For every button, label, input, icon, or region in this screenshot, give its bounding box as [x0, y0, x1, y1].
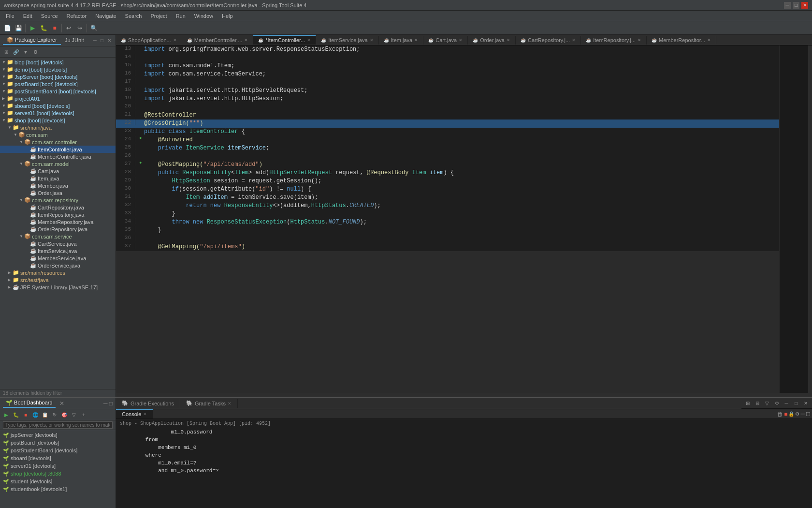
tree-expand-icon[interactable]: ▼ — [19, 162, 24, 166]
tree-item[interactable]: ☕OrderService.java — [0, 262, 116, 269]
console-scroll-lock[interactable]: 🔒 — [788, 410, 794, 418]
bd-stop-button[interactable]: ■ — [21, 410, 30, 419]
tree-item[interactable]: ☕Member.java — [0, 182, 116, 189]
tree-expand-icon[interactable]: ▼ — [2, 89, 7, 93]
tab-close-button[interactable]: ✕ — [638, 38, 641, 43]
tree-item[interactable]: ▼📁server01 [boot] [devtools] — [0, 109, 116, 117]
editor-tab[interactable]: ☕ItemRepository.j...✕ — [581, 36, 647, 45]
console-maximize[interactable]: □ — [806, 410, 810, 418]
menu-item-edit[interactable]: Edit — [19, 12, 36, 20]
bd-close-button[interactable]: ✕ — [59, 400, 64, 407]
tab-close-button[interactable]: ✕ — [173, 38, 177, 43]
tab-close-button[interactable]: ✕ — [459, 38, 463, 43]
pe-link-button[interactable]: 🔗 — [12, 47, 20, 56]
editor-tab[interactable]: ☕Order.java✕ — [468, 36, 516, 45]
console-stop-button[interactable]: ■ — [784, 410, 787, 418]
bd-filter-button[interactable]: ▽ — [70, 410, 78, 419]
menu-item-project[interactable]: Project — [146, 12, 171, 20]
console-close[interactable]: ✕ — [143, 412, 147, 417]
tree-item[interactable]: ☕ItemService.java — [0, 247, 116, 254]
gc-settings-button[interactable]: ⚙ — [772, 399, 781, 407]
menu-item-help[interactable]: Help — [218, 12, 237, 20]
bd-target-button[interactable]: 🎯 — [60, 410, 69, 419]
tree-item[interactable]: ☕OrderRepository.java — [0, 225, 116, 233]
tree-item[interactable]: ▼📦com.sam — [0, 131, 116, 138]
tree-expand-icon[interactable]: ▼ — [2, 104, 7, 108]
tree-expand-icon[interactable]: ▼ — [2, 111, 7, 115]
vertical-scrollbar[interactable] — [808, 45, 812, 393]
bd-start-button[interactable]: ▶ — [2, 410, 11, 419]
editor-tab[interactable]: ☕*ItemController...✕ — [253, 35, 316, 45]
menu-item-source[interactable]: Source — [37, 12, 62, 20]
tree-item[interactable]: ▼📁blog [boot] [devtools] — [0, 59, 116, 66]
menu-item-search[interactable]: Search — [121, 12, 146, 20]
tree-item[interactable]: ▼📁demo [boot] [devtools] — [0, 66, 116, 73]
tree-expand-icon[interactable]: ▼ — [2, 82, 7, 86]
tree-item[interactable]: ☕MemberService.java — [0, 254, 116, 262]
tree-expand-icon[interactable]: ▼ — [19, 198, 24, 202]
tree-expand-icon[interactable]: ▼ — [2, 75, 7, 79]
gc-maximize-button[interactable]: □ — [792, 399, 800, 407]
menu-item-window[interactable]: Window — [190, 12, 217, 20]
tree-expand-icon[interactable]: ▶ — [8, 285, 13, 289]
editor-tab[interactable]: ☕ShopApplication...✕ — [116, 36, 182, 45]
minimize-button[interactable]: ─ — [784, 2, 791, 9]
redo-button[interactable]: ↪ — [74, 23, 85, 33]
tree-item[interactable]: ▼📦com.sam.repository — [0, 196, 116, 204]
tree-item[interactable]: ▼📁JspServer [boot] [devtools] — [0, 73, 116, 80]
boot-dashboard-item[interactable]: 🌱postStudentBoard [devtools] — [0, 447, 116, 454]
boot-dashboard-item[interactable]: 🌱student [devtools] — [0, 478, 116, 485]
tree-item[interactable]: ▼📁sboard [boot] [devtools] — [0, 102, 116, 109]
bd-search-input[interactable] — [3, 421, 113, 429]
pe-maximize-button[interactable]: □ — [99, 37, 105, 44]
tab-close-button[interactable]: ✕ — [307, 38, 311, 43]
tree-item[interactable]: ▼📦com.sam.model — [0, 160, 116, 167]
code-area[interactable]: 13import org.springframework.web.server.… — [116, 45, 779, 393]
editor-tab[interactable]: ☕Cart.java✕ — [423, 36, 468, 45]
tree-item[interactable]: ▶☕JRE System Library [JavaSE-17] — [0, 284, 116, 291]
horizontal-scrollbar[interactable] — [116, 393, 812, 397]
tab-boot-dashboard[interactable]: 🌱 Boot Dashboard — [3, 399, 56, 408]
tree-item[interactable]: ☕MemberRepository.java — [0, 218, 116, 225]
gradle-tasks-close[interactable]: ✕ — [228, 401, 232, 406]
gc-close-button[interactable]: ✕ — [801, 399, 810, 407]
bd-refresh-button[interactable]: ↻ — [50, 410, 59, 419]
menu-item-refactor[interactable]: Refactor — [63, 12, 91, 20]
gc-collapse-button[interactable]: ⊟ — [753, 399, 762, 407]
gc-filter-button[interactable]: ▽ — [763, 399, 771, 407]
undo-button[interactable]: ↩ — [63, 23, 74, 33]
tree-item[interactable]: ☕MemberController.java — [0, 153, 116, 160]
tree-item[interactable]: ☕Order.java — [0, 189, 116, 196]
editor-tab[interactable]: ☕Item.java✕ — [379, 36, 424, 45]
tree-expand-icon[interactable]: ▼ — [2, 118, 7, 122]
tree-item[interactable]: ☕CartRepository.java — [0, 204, 116, 211]
menu-item-navigate[interactable]: Navigate — [91, 12, 120, 20]
tab-console[interactable]: Console ✕ — [116, 409, 153, 418]
menu-item-file[interactable]: File — [2, 12, 18, 20]
pe-minimize-button[interactable]: ─ — [92, 37, 98, 44]
new-button[interactable]: 📄 — [2, 23, 13, 33]
tree-expand-icon[interactable]: ▼ — [2, 60, 7, 64]
tree-expand-icon[interactable]: ▶ — [2, 96, 7, 101]
tree-item[interactable]: ▼📦com.sam.controller — [0, 138, 116, 146]
tree-item[interactable]: ▶📁src/main/resources — [0, 269, 116, 276]
code-editor[interactable]: 13import org.springframework.web.server.… — [116, 45, 779, 251]
console-settings[interactable]: ⚙ — [795, 410, 799, 418]
tree-item[interactable]: ▶📁src/test/java — [0, 276, 116, 284]
tab-junit[interactable]: Ju JUnit — [61, 36, 88, 45]
bd-open-browser-button[interactable]: 🌐 — [31, 410, 40, 419]
tree-item[interactable]: ☕ItemRepository.java — [0, 211, 116, 218]
tab-gradle-tasks[interactable]: 🐘 Gradle Tasks ✕ — [180, 399, 238, 408]
console-clear-button[interactable]: 🗑 — [777, 410, 783, 418]
tree-item[interactable]: ▼📁postStudentBoard [boot] [devtools] — [0, 88, 116, 95]
tab-gradle-executions[interactable]: 🐘 Gradle Executions — [116, 399, 180, 408]
editor-tab[interactable]: ☕CartRepository.j...✕ — [516, 36, 581, 45]
tab-close-button[interactable]: ✕ — [244, 38, 248, 43]
tree-expand-icon[interactable]: ▼ — [8, 125, 13, 130]
bd-add-button[interactable]: + — [79, 410, 88, 419]
pe-settings-button[interactable]: ⚙ — [31, 47, 40, 56]
tab-close-button[interactable]: ✕ — [370, 38, 374, 43]
pe-close-button[interactable]: ✕ — [106, 37, 113, 44]
boot-dashboard-item[interactable]: 🌱shop [devtools] :8088 — [0, 470, 116, 478]
tree-item[interactable]: ▶📁projectA01 — [0, 95, 116, 102]
